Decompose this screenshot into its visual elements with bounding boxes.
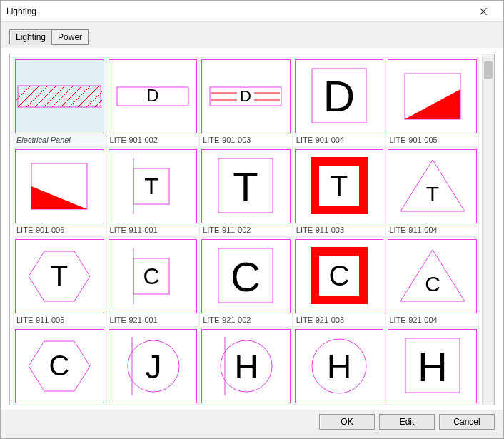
symbol-cell[interactable]: C LITE-921-004 xyxy=(385,237,479,327)
tab-power[interactable]: Power xyxy=(51,29,89,45)
svg-text:T: T xyxy=(144,173,158,199)
svg-text:D: D xyxy=(146,86,158,105)
svg-text:T: T xyxy=(426,182,439,206)
symbol-label: LITE-911-005 xyxy=(15,315,104,325)
svg-marker-26 xyxy=(405,89,460,119)
close-icon xyxy=(480,8,487,15)
symbol-thumb xyxy=(15,149,104,223)
symbol-thumb: T xyxy=(388,149,477,223)
symbol-label: LITE-921-001 xyxy=(109,315,198,325)
ok-button[interactable]: OK xyxy=(319,414,375,430)
symbol-thumb xyxy=(388,59,477,133)
symbol-cell[interactable]: T LITE-911-003 xyxy=(293,147,386,237)
symbol-thumb: H xyxy=(295,329,384,403)
symbol-label: Electrical Panel xyxy=(15,135,104,145)
symbol-cell[interactable]: T LITE-911-004 xyxy=(385,147,479,237)
symbol-cell[interactable]: Electrical Panel xyxy=(13,57,106,147)
symbol-thumb: C xyxy=(15,329,104,403)
symbol-cell[interactable]: H LITE-931-004 xyxy=(385,327,479,405)
symbol-thumb: D xyxy=(201,59,291,133)
symbol-cell[interactable]: D LITE-901-003 xyxy=(199,57,293,147)
symbol-label: LITE-921-004 xyxy=(388,315,477,325)
svg-line-9 xyxy=(61,86,82,107)
svg-line-10 xyxy=(69,86,91,107)
tab-strip: Lighting Power xyxy=(1,22,503,48)
symbol-label: LITE-901-004 xyxy=(295,135,384,145)
svg-text:C: C xyxy=(231,253,261,300)
symbol-cell[interactable]: H LITE-931-003 xyxy=(293,327,386,405)
symbol-cell[interactable]: C LITE-921-002 xyxy=(199,237,293,327)
svg-line-8 xyxy=(52,86,74,107)
titlebar: Lighting xyxy=(1,1,503,22)
symbol-thumb: C xyxy=(388,239,477,313)
svg-text:D: D xyxy=(323,71,356,121)
symbol-thumb: D xyxy=(295,59,384,133)
svg-text:T: T xyxy=(233,163,258,210)
svg-line-5 xyxy=(26,86,48,107)
symbol-cell[interactable]: LITE-901-006 xyxy=(13,147,106,237)
symbol-thumb: T xyxy=(201,149,291,223)
svg-line-11 xyxy=(78,86,99,107)
symbol-thumb: C xyxy=(295,239,384,313)
symbol-thumb: T xyxy=(109,149,198,223)
tab-lighting[interactable]: Lighting xyxy=(9,29,52,45)
svg-line-6 xyxy=(35,86,56,107)
symbol-cell[interactable]: D LITE-901-002 xyxy=(106,57,200,147)
svg-text:H: H xyxy=(235,348,258,385)
symbol-thumb: T xyxy=(295,149,384,223)
symbol-thumb: D xyxy=(109,59,198,133)
svg-text:J: J xyxy=(145,348,161,385)
symbol-gallery: Electrical Panel D LITE-901-002 D LITE-9… xyxy=(9,54,495,405)
svg-text:D: D xyxy=(241,87,252,105)
symbol-thumb: C xyxy=(109,239,198,313)
symbol-cell[interactable]: H LITE-931-002 xyxy=(199,327,293,405)
symbol-label: LITE-921-003 xyxy=(295,315,384,325)
symbol-label: LITE-901-003 xyxy=(201,135,291,145)
window-title: Lighting xyxy=(6,6,469,16)
symbol-label: LITE-901-002 xyxy=(109,135,198,145)
svg-text:H: H xyxy=(418,343,448,390)
dialog-window: Lighting Lighting Power Electrical Panel… xyxy=(0,0,504,439)
grid-wrap: Electrical Panel D LITE-901-002 D LITE-9… xyxy=(10,54,482,405)
symbol-grid: Electrical Panel D LITE-901-002 D LITE-9… xyxy=(13,57,479,405)
symbol-thumb: H xyxy=(388,329,477,403)
close-button[interactable] xyxy=(469,1,498,21)
symbol-cell[interactable]: D LITE-901-004 xyxy=(293,57,386,147)
symbol-label: LITE-911-002 xyxy=(201,225,291,235)
vertical-scrollbar[interactable] xyxy=(482,54,494,405)
symbol-label: LITE-921-002 xyxy=(201,315,291,325)
symbol-cell[interactable]: T LITE-911-005 xyxy=(13,237,106,327)
svg-marker-28 xyxy=(31,186,87,209)
symbol-cell[interactable]: C LITE-921-005 xyxy=(13,327,106,405)
dialog-buttons: OK Edit Cancel xyxy=(1,410,503,438)
svg-text:C: C xyxy=(329,260,350,291)
symbol-cell[interactable]: J LITE-931-001 xyxy=(106,327,200,405)
symbol-thumb xyxy=(15,59,104,133)
svg-line-4 xyxy=(18,86,39,107)
symbol-label: LITE-911-001 xyxy=(109,225,198,235)
svg-text:H: H xyxy=(327,348,352,385)
symbol-cell[interactable]: T LITE-911-002 xyxy=(199,147,293,237)
symbol-label: LITE-901-005 xyxy=(388,135,477,145)
symbol-thumb: C xyxy=(201,239,291,313)
svg-line-7 xyxy=(44,86,65,107)
svg-text:T: T xyxy=(51,260,68,291)
svg-text:T: T xyxy=(331,170,348,201)
symbol-cell[interactable]: C LITE-921-003 xyxy=(293,237,386,327)
symbol-thumb: H xyxy=(201,329,291,403)
symbol-cell[interactable]: C LITE-921-001 xyxy=(106,237,200,327)
svg-text:C: C xyxy=(425,272,440,296)
symbol-label: LITE-911-004 xyxy=(388,225,477,235)
symbol-label: LITE-901-006 xyxy=(15,225,104,235)
symbol-cell[interactable]: LITE-901-005 xyxy=(385,57,479,147)
symbol-thumb: J xyxy=(109,329,198,403)
scroll-thumb[interactable] xyxy=(484,61,493,79)
svg-text:C: C xyxy=(49,350,70,381)
symbol-label: LITE-911-003 xyxy=(295,225,384,235)
svg-text:C: C xyxy=(143,263,159,289)
symbol-thumb: T xyxy=(15,239,104,313)
cancel-button[interactable]: Cancel xyxy=(439,414,495,430)
edit-button[interactable]: Edit xyxy=(379,414,435,430)
symbol-cell[interactable]: T LITE-911-001 xyxy=(106,147,200,237)
